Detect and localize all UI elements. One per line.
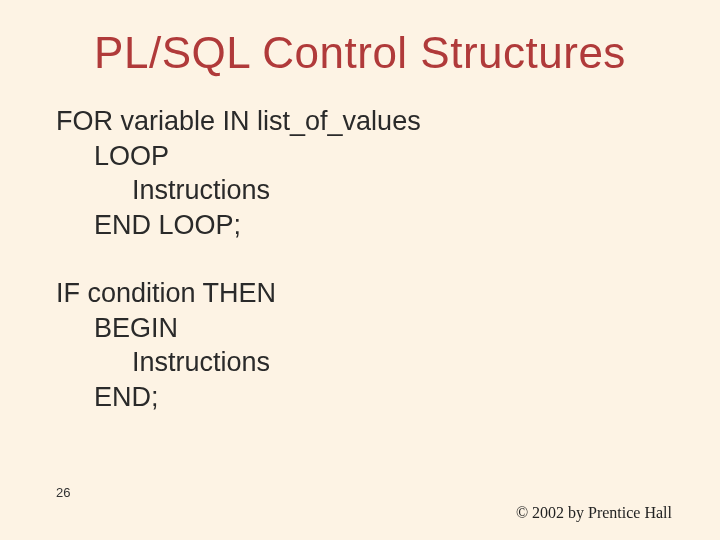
for-line-3: Instructions — [56, 173, 664, 208]
copyright: © 2002 by Prentice Hall — [516, 504, 672, 522]
slide: PL/SQL Control Structures FOR variable I… — [0, 0, 720, 540]
if-block: IF condition THEN BEGIN Instructions END… — [56, 276, 664, 414]
if-line-3: Instructions — [56, 345, 664, 380]
for-loop-block: FOR variable IN list_of_values LOOP Inst… — [56, 104, 664, 242]
slide-body: FOR variable IN list_of_values LOOP Inst… — [56, 104, 664, 414]
for-line-2: LOOP — [56, 139, 664, 174]
page-number: 26 — [56, 485, 70, 500]
if-line-2: BEGIN — [56, 311, 664, 346]
slide-title: PL/SQL Control Structures — [56, 28, 664, 78]
if-line-1: IF condition THEN — [56, 276, 664, 311]
if-line-4: END; — [56, 380, 664, 415]
for-line-1: FOR variable IN list_of_values — [56, 104, 664, 139]
for-line-4: END LOOP; — [56, 208, 664, 243]
